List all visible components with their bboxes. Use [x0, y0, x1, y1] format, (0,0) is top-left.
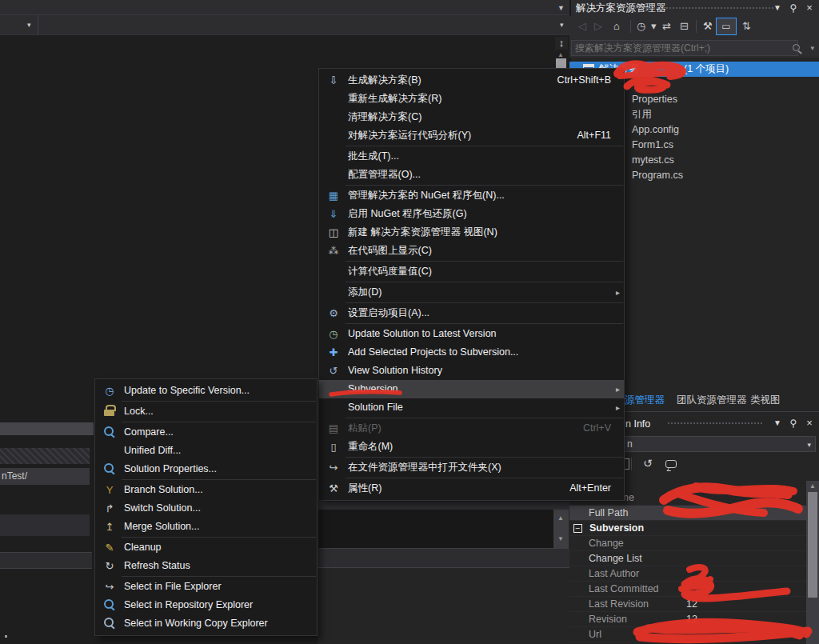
menu-item-build-solution[interactable]: ⇩生成解决方案(B)Ctrl+Shift+B — [319, 71, 624, 90]
toolbar-overflow-icon[interactable]: ▼ — [557, 4, 565, 12]
tree-item-mytest-cs[interactable]: mytest.cs — [632, 153, 808, 168]
tab-team-explorer[interactable]: 团队资源管理器 — [677, 394, 747, 407]
property-label: Change — [589, 536, 683, 551]
back-icon[interactable]: ◁ — [578, 20, 586, 32]
refresh-icon[interactable]: ⇄ — [662, 20, 671, 32]
properties-scrollbar[interactable]: ▲ — [806, 481, 819, 644]
history-icon[interactable]: ↺ — [643, 457, 653, 470]
menu-separator — [346, 146, 623, 146]
property-row-change-list[interactable]: Change List — [569, 551, 806, 566]
properties-grid: File NameFull Path−SubversionChangeChang… — [569, 481, 806, 644]
menu-item-label: Unified Diff... — [124, 442, 181, 460]
menu-item-rebuild-solution[interactable]: 重新生成解决方案(R) — [319, 90, 624, 108]
submenu-item-branch-solution[interactable]: YBranch Solution... — [95, 481, 317, 499]
close-icon[interactable]: × — [803, 2, 816, 14]
window-position-icon[interactable]: ▼ — [771, 2, 784, 14]
chevron-down-icon[interactable]: ▾ — [810, 44, 814, 52]
menu-item-label: 设置启动项目(A)... — [348, 304, 429, 322]
pending-changes-filter-icon[interactable]: ◷ — [637, 20, 645, 32]
submenu-item-merge-solution[interactable]: ↥Merge Solution... — [95, 518, 317, 536]
solution-explorer-titlebar[interactable]: 解决方案资源管理器 ▼ ⚲ × — [571, 0, 819, 16]
pin-icon[interactable]: ⚲ — [787, 417, 800, 430]
scroll-down-icon[interactable]: ▼ — [557, 535, 564, 542]
window-position-icon[interactable]: ▼ — [771, 417, 784, 430]
property-row-url[interactable]: Url — [569, 627, 806, 642]
property-row-last-revision[interactable]: Last Revision12 — [569, 597, 806, 612]
nuget-restore-icon: ⇓ — [326, 205, 342, 223]
property-label: Change List — [589, 551, 683, 566]
menu-item-label: Add Selected Projects to Subversion... — [348, 343, 518, 362]
menu-item-properties[interactable]: ⚒属性(R)Alt+Enter — [319, 479, 624, 498]
toolbar-combobox[interactable]: ▾ — [0, 15, 38, 34]
tree-item--[interactable]: 引用 — [632, 107, 808, 122]
menu-item-configuration-manager[interactable]: 配置管理器(O)... — [319, 166, 624, 184]
submenu-item-refresh-status[interactable]: ↻Refresh Status — [95, 557, 317, 575]
menu-item-batch-build[interactable]: 批生成(T)... — [319, 147, 624, 166]
submenu-item-select-in-working-copy-explorer[interactable]: Select in Working Copy Explorer — [95, 614, 317, 633]
menu-item-show-on-code-map[interactable]: ⁂在代码图上显示(C) — [319, 242, 624, 260]
menu-item-subversion[interactable]: Subversion▸ — [319, 380, 624, 398]
menu-item-paste[interactable]: ▤粘贴(P)Ctrl+V — [319, 419, 624, 438]
submenu-item-cleanup[interactable]: ✎Cleanup — [95, 538, 317, 557]
properties-wrench-icon[interactable]: ⚒ — [703, 20, 713, 32]
menu-item-add[interactable]: 添加(D)▸ — [319, 283, 624, 302]
collapse-all-icon[interactable]: ⊟ — [680, 20, 689, 32]
show-all-files-button[interactable]: ▭ — [716, 18, 737, 35]
submenu-item-solution-properties[interactable]: Solution Properties... — [95, 460, 317, 478]
menu-item-calculate-code-metrics[interactable]: 计算代码度量值(C) — [319, 262, 624, 281]
submenu-item-switch-solution[interactable]: ↱Switch Solution... — [95, 499, 317, 518]
submenu-item-lock[interactable]: Lock... — [95, 402, 317, 421]
menu-item-clean-solution[interactable]: 清理解决方案(C) — [319, 108, 624, 126]
pin-icon[interactable]: ⚲ — [787, 2, 800, 14]
submenu-item-select-in-repository-explorer[interactable]: Select in Repository Explorer — [95, 596, 317, 614]
menu-item-label: View Solution History — [348, 362, 442, 380]
property-row-subversion[interactable]: −Subversion — [569, 521, 806, 536]
menu-item-set-startup-projects[interactable]: ⚙设置启动项目(A)... — [319, 304, 624, 322]
menu-item-open-folder-in-explorer[interactable]: ↪在文件资源管理器中打开文件夹(X) — [319, 458, 624, 477]
submenu-item-compare[interactable]: Compare... — [95, 423, 317, 442]
menu-item-rename[interactable]: ▯重命名(M) — [319, 438, 624, 456]
menu-item-run-code-analysis[interactable]: 对解决方案运行代码分析(Y)Alt+F11 — [319, 126, 624, 145]
menu-item-view-solution-history[interactable]: ↺View Solution History — [319, 362, 624, 380]
scroll-up-icon[interactable]: ▲ — [809, 482, 816, 490]
menu-item-manage-nuget-packages[interactable]: ▦管理解决方案的 NuGet 程序包(N)... — [319, 186, 624, 205]
filter-dropdown-arrow[interactable]: ▾ — [651, 20, 657, 32]
menu-item-new-solution-explorer-view[interactable]: ◫新建 解决方案资源管理器 视图(N) — [319, 223, 624, 242]
property-row-full-path[interactable]: Full Path — [569, 506, 806, 521]
collapse-icon[interactable]: − — [573, 524, 582, 533]
property-row-last-committed[interactable]: Last Committed — [569, 582, 806, 597]
menu-item-add-selected-to-subversion[interactable]: ✚Add Selected Projects to Subversion... — [319, 343, 624, 362]
menu-item-enable-nuget-restore[interactable]: ⇓启用 NuGet 程序包还原(G) — [319, 205, 624, 223]
menu-item-solution-file[interactable]: Solution File▸ — [319, 398, 624, 417]
scroll-up-icon[interactable]: ▲ — [557, 51, 564, 58]
chevron-down-icon[interactable]: ▾ — [560, 21, 564, 29]
menu-item-label: Compare... — [124, 423, 174, 442]
scrollbar-thumb[interactable] — [808, 492, 817, 598]
tree-item-program-cs[interactable]: Program.cs — [632, 168, 808, 183]
forward-icon[interactable]: ▷ — [594, 20, 602, 32]
tab-class-view[interactable]: 类视图 — [750, 394, 781, 407]
property-row-revision[interactable]: Revision12 — [569, 612, 806, 627]
tab-solution-explorer[interactable]: 源管理器 — [625, 394, 665, 407]
comment-bubble-icon[interactable] — [665, 460, 677, 468]
submenu-item-select-in-file-explorer[interactable]: ↪Select in File Explorer — [95, 578, 317, 596]
tree-item-app-config[interactable]: App.config — [632, 122, 808, 138]
output-scrollbar[interactable]: ▲▼ — [553, 510, 569, 549]
search-input[interactable] — [571, 40, 798, 56]
tree-item-form1-cs[interactable]: Form1.cs — [632, 138, 808, 153]
splitter-grip-icon[interactable]: ↕ — [555, 37, 568, 50]
menu-item-label: 重新生成解决方案(R) — [348, 90, 441, 108]
property-row-change[interactable]: Change — [569, 536, 806, 551]
submenu-item-update-specific-version[interactable]: ◷Update to Specific Version... — [95, 382, 317, 400]
search-icon[interactable] — [792, 43, 803, 54]
property-row-last-author[interactable]: Last Author — [569, 566, 806, 582]
menu-item-update-solution-latest[interactable]: ◷Update Solution to Latest Version — [319, 325, 624, 343]
menu-item-label: 配置管理器(O)... — [348, 166, 421, 184]
view-history-icon: ↺ — [326, 362, 342, 380]
sync-with-active-document-icon[interactable]: ⇅ — [742, 20, 751, 32]
tree-item-properties[interactable]: Properties — [632, 92, 808, 107]
scroll-up-icon[interactable]: ▲ — [557, 514, 564, 522]
submenu-item-unified-diff[interactable]: Unified Diff... — [95, 442, 317, 460]
home-icon[interactable]: ⌂ — [613, 20, 620, 32]
close-icon[interactable]: × — [803, 417, 816, 430]
